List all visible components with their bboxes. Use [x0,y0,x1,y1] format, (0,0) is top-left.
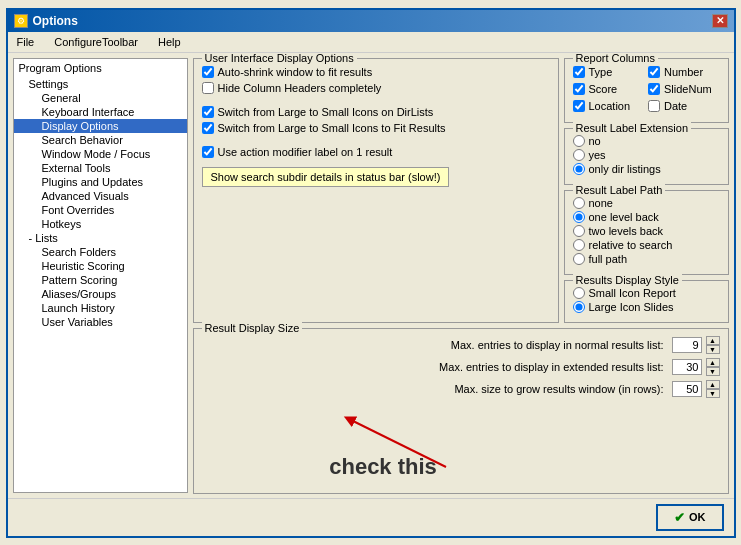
menu-help[interactable]: Help [153,34,186,50]
sidebar-item-hotkeys[interactable]: Hotkeys [14,217,187,231]
sidebar-item-heuristic[interactable]: Heuristic Scoring [14,259,187,273]
annotation-area: check this [202,405,720,485]
title-bar-left: ⚙ Options [14,14,78,28]
sidebar-root[interactable]: Program Options [14,59,187,77]
result-label-path-title: Result Label Path [573,184,666,196]
ext-yes-radio[interactable] [573,149,585,161]
sidebar-item-window-mode[interactable]: Window Mode / Focus [14,147,187,161]
grow-results-up[interactable]: ▲ [706,380,720,389]
score-label: Score [589,83,618,95]
ui-options-title: User Interface Display Options [202,53,357,64]
annotation-arrow [202,405,720,485]
ext-no-label: no [589,135,601,147]
sidebar-settings[interactable]: Settings [14,77,187,91]
normal-results-spinbuttons: ▲ ▼ [706,336,720,354]
switch-fit-checkbox[interactable] [202,122,214,134]
action-modifier-checkbox[interactable] [202,146,214,158]
extended-results-up[interactable]: ▲ [706,358,720,367]
path-none-radio[interactable] [573,197,585,209]
normal-results-input[interactable] [672,337,702,353]
score-checkbox[interactable] [573,83,585,95]
spinbox-extended: Max. entries to display in extended resu… [202,356,720,378]
grow-results-spinbuttons: ▲ ▼ [706,380,720,398]
ext-no-radio[interactable] [573,135,585,147]
window-title: Options [33,14,78,28]
ext-only-dir-radio[interactable] [573,163,585,175]
path-relative: relative to search [573,238,720,252]
sidebar-item-plugins-updates[interactable]: Plugins and Updates [14,175,187,189]
style-small-icon-radio[interactable] [573,287,585,299]
switch-dir-checkbox[interactable] [202,106,214,118]
ok-check-icon: ✔ [674,510,685,525]
ext-only-dir: only dir listings [573,162,720,176]
sidebar-item-general[interactable]: General [14,91,187,105]
path-one-level-radio[interactable] [573,211,585,223]
sidebar-item-user-variables[interactable]: User Variables [14,315,187,329]
col-location: Location [573,98,645,114]
switch-dir-label: Switch from Large to Small Icons on DirL… [218,106,434,118]
sidebar-lists[interactable]: - Lists [14,231,187,245]
location-checkbox[interactable] [573,100,585,112]
checkbox-switch-fit: Switch from Large to Small Icons to Fit … [202,120,550,136]
path-relative-radio[interactable] [573,239,585,251]
sidebar: Program Options Settings General Keyboar… [13,58,188,493]
close-button[interactable]: ✕ [712,14,728,28]
slidenum-checkbox[interactable] [648,83,660,95]
date-label: Date [664,100,687,112]
grow-results-label: Max. size to grow results window (in row… [202,383,668,395]
menu-file[interactable]: File [12,34,40,50]
path-none-label: none [589,197,613,209]
sidebar-item-advanced-visuals[interactable]: Advanced Visuals [14,189,187,203]
ok-button[interactable]: ✔ OK [656,504,724,531]
report-columns-title: Report Columns [573,53,658,64]
sidebar-item-pattern[interactable]: Pattern Scoring [14,273,187,287]
result-display-size-title: Result Display Size [202,322,303,334]
number-checkbox[interactable] [648,66,660,78]
extended-results-label: Max. entries to display in extended resu… [202,361,668,373]
show-subdir-button[interactable]: Show search subdir details in status bar… [202,167,450,187]
style-large-icon-label: Large Icon Slides [589,301,674,313]
location-label: Location [589,100,631,112]
sidebar-item-external-tools[interactable]: External Tools [14,161,187,175]
result-label-ext-group: Result Label Extension no yes only dir l… [564,128,729,185]
action-modifier-label: Use action modifier label on 1 result [218,146,393,158]
extended-results-down[interactable]: ▼ [706,367,720,376]
normal-results-up[interactable]: ▲ [706,336,720,345]
content-area: Program Options Settings General Keyboar… [8,53,734,498]
normal-results-label: Max. entries to display in normal result… [202,339,668,351]
grow-results-input[interactable] [672,381,702,397]
type-checkbox[interactable] [573,66,585,78]
grow-results-down[interactable]: ▼ [706,389,720,398]
sidebar-item-search-folders[interactable]: Search Folders [14,245,187,259]
window-icon: ⚙ [14,14,28,28]
hide-headers-checkbox[interactable] [202,82,214,94]
col-number: Number [648,64,720,80]
normal-results-down[interactable]: ▼ [706,345,720,354]
extended-results-input[interactable] [672,359,702,375]
extended-results-spinbuttons: ▲ ▼ [706,358,720,376]
path-full-radio[interactable] [573,253,585,265]
style-large-icon-radio[interactable] [573,301,585,313]
sidebar-item-aliases[interactable]: Aliases/Groups [14,287,187,301]
checkbox-action-modifier: Use action modifier label on 1 result [202,144,550,160]
sidebar-item-launch-history[interactable]: Launch History [14,301,187,315]
sidebar-item-font-overrides[interactable]: Font Overrides [14,203,187,217]
col-score: Score [573,81,645,97]
switch-fit-label: Switch from Large to Small Icons to Fit … [218,122,446,134]
menu-configure-toolbar[interactable]: ConfigureToolbar [49,34,143,50]
ok-label: OK [689,511,706,523]
sidebar-item-search-behavior[interactable]: Search Behavior [14,133,187,147]
sidebar-item-keyboard[interactable]: Keyboard Interface [14,105,187,119]
path-relative-label: relative to search [589,239,673,251]
result-display-size-group: Result Display Size Max. entries to disp… [193,328,729,494]
results-display-style-title: Results Display Style [573,274,682,286]
result-label-path-group: Result Label Path none one level back tw… [564,190,729,275]
sidebar-item-display-options[interactable]: Display Options [14,119,187,133]
options-window: ⚙ Options ✕ File ConfigureToolbar Help P… [6,8,736,538]
path-two-levels-radio[interactable] [573,225,585,237]
menu-bar: File ConfigureToolbar Help [8,32,734,53]
path-two-levels-label: two levels back [589,225,664,237]
date-checkbox[interactable] [648,100,660,112]
title-bar: ⚙ Options ✕ [8,10,734,32]
autoshrink-checkbox[interactable] [202,66,214,78]
